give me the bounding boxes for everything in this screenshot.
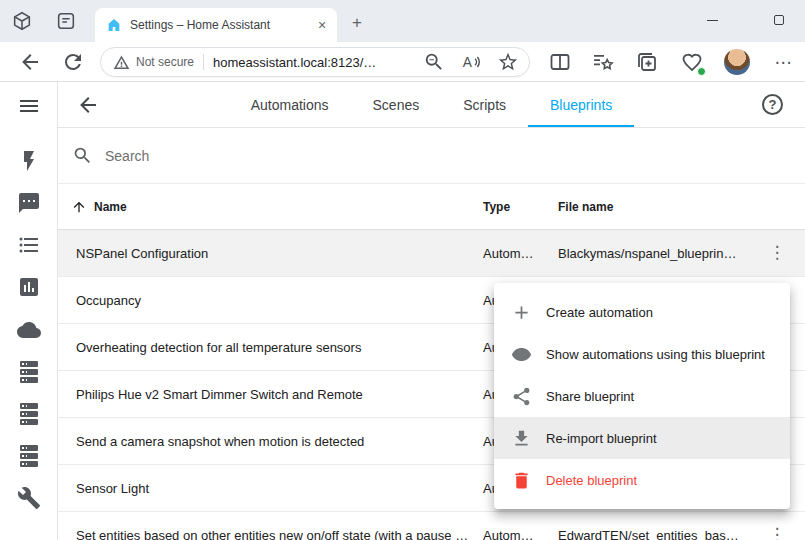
browser-tab[interactable]: Settings – Home Assistant × xyxy=(95,8,337,42)
sidebar-item-logbook[interactable] xyxy=(17,233,41,257)
row-name: Sensor Light xyxy=(58,481,483,496)
favorite-star-button[interactable] xyxy=(497,51,519,73)
plus-icon xyxy=(511,302,532,323)
url-text: homeassistant.local:8123/… xyxy=(213,55,408,70)
refresh-button[interactable] xyxy=(61,50,85,74)
row-name: NSPanel Configuration xyxy=(58,246,483,261)
tab-actions-icon[interactable] xyxy=(55,10,77,32)
table-header: Name Type File name xyxy=(58,184,805,230)
browser-menu-button[interactable]: ⋯ xyxy=(771,48,795,76)
table-row[interactable]: NSPanel Configuration Autom… Blackymas/n… xyxy=(58,230,805,277)
sidebar-item-developer-tools[interactable] xyxy=(17,486,41,510)
row-file: EdwardTEN/set_entities_bas… xyxy=(558,528,749,540)
column-header-file[interactable]: File name xyxy=(558,200,749,214)
sidebar-item-assist[interactable] xyxy=(17,191,41,215)
menu-item-label: Re-import blueprint xyxy=(546,431,657,446)
tab-title: Settings – Home Assistant xyxy=(130,18,305,32)
delete-icon xyxy=(511,470,532,491)
column-label-name: Name xyxy=(94,200,127,214)
tab-close-button[interactable]: × xyxy=(313,16,331,34)
share-icon xyxy=(511,386,532,407)
menu-item-label: Delete blueprint xyxy=(546,473,637,488)
eye-icon xyxy=(511,344,532,365)
browser-back-button[interactable] xyxy=(18,50,42,74)
sidebar-menu-button[interactable] xyxy=(17,94,41,118)
download-icon xyxy=(511,428,532,449)
favorites-button[interactable] xyxy=(591,50,615,74)
row-file: Blackymas/nspanel_blueprin… xyxy=(558,246,749,261)
menu-item-create-automation[interactable]: Create automation xyxy=(494,291,790,333)
tab-scenes[interactable]: Scenes xyxy=(351,82,442,127)
tab-automations[interactable]: Automations xyxy=(229,82,351,127)
row-type: Autom… xyxy=(483,528,558,540)
menu-item-delete-blueprint[interactable]: Delete blueprint xyxy=(494,459,790,501)
menu-item-label: Create automation xyxy=(546,305,653,320)
row-name: Send a camera snapshot when motion is de… xyxy=(58,434,483,449)
sidebar-item-addon-2[interactable] xyxy=(17,402,41,426)
browser-toolbar: Not secure homeassistant.local:8123/… A … xyxy=(0,42,805,82)
ha-sidebar xyxy=(0,82,58,540)
blueprint-context-menu: Create automation Show automations using… xyxy=(494,283,790,509)
search-field[interactable] xyxy=(58,128,805,184)
zoom-out-icon[interactable] xyxy=(423,51,445,73)
sidebar-item-energy[interactable] xyxy=(17,149,41,173)
menu-item-show-automations[interactable]: Show automations using this blueprint xyxy=(494,333,790,375)
row-type: Autom… xyxy=(483,246,558,261)
row-name: Philips Hue v2 Smart Dimmer Switch and R… xyxy=(58,387,483,402)
tab-blueprints[interactable]: Blueprints xyxy=(528,82,634,127)
svg-text:A: A xyxy=(463,55,473,70)
row-name: Overheating detection for all temperatur… xyxy=(58,340,483,355)
row-menu-button[interactable]: ⋮ xyxy=(765,241,789,265)
new-tab-button[interactable]: + xyxy=(347,13,367,33)
ha-header: Automations Scenes Scripts Blueprints ? xyxy=(58,82,805,128)
ha-back-button[interactable] xyxy=(76,93,100,117)
menu-item-label: Show automations using this blueprint xyxy=(546,347,765,362)
maximize-button[interactable] xyxy=(757,0,801,40)
ha-tab-bar: Automations Scenes Scripts Blueprints xyxy=(58,82,805,127)
green-status-badge xyxy=(697,67,706,76)
sidebar-item-cloud[interactable] xyxy=(17,318,41,342)
menu-item-share-blueprint[interactable]: Share blueprint xyxy=(494,375,790,417)
address-bar[interactable]: Not secure homeassistant.local:8123/… A xyxy=(100,47,530,77)
workspaces-icon[interactable] xyxy=(11,10,33,32)
minimize-button[interactable] xyxy=(690,0,734,40)
table-row[interactable]: Set entities based on other entities new… xyxy=(58,512,805,540)
search-icon xyxy=(72,145,93,166)
address-divider xyxy=(203,54,204,70)
menu-item-reimport-blueprint[interactable]: Re-import blueprint xyxy=(494,417,790,459)
row-name: Set entities based on other entities new… xyxy=(58,528,483,540)
not-secure-warning-icon[interactable] xyxy=(113,54,130,71)
row-menu-button[interactable]: ⋮ xyxy=(765,523,789,540)
sidebar-item-addon-1[interactable] xyxy=(17,360,41,384)
collections-button[interactable] xyxy=(635,50,659,74)
split-screen-button[interactable] xyxy=(548,50,572,74)
column-header-name[interactable]: Name xyxy=(58,199,483,215)
read-aloud-button[interactable]: A xyxy=(460,51,482,73)
search-input[interactable] xyxy=(105,148,781,164)
profile-avatar[interactable] xyxy=(724,49,750,75)
row-name: Occupancy xyxy=(58,293,483,308)
not-secure-label: Not secure xyxy=(136,55,194,69)
sort-ascending-icon[interactable] xyxy=(71,199,87,215)
sidebar-item-addon-3[interactable] xyxy=(17,444,41,468)
sidebar-item-history[interactable] xyxy=(17,275,41,299)
menu-item-label: Share blueprint xyxy=(546,389,634,404)
tab-scripts[interactable]: Scripts xyxy=(441,82,528,127)
column-header-type[interactable]: Type xyxy=(483,200,558,214)
browser-titlebar: Settings – Home Assistant × + xyxy=(0,0,805,42)
maximize-icon xyxy=(774,15,784,25)
browser-essentials-button[interactable] xyxy=(680,50,704,74)
minimize-icon xyxy=(707,20,718,21)
home-assistant-favicon xyxy=(106,17,122,33)
help-button[interactable]: ? xyxy=(762,94,783,115)
